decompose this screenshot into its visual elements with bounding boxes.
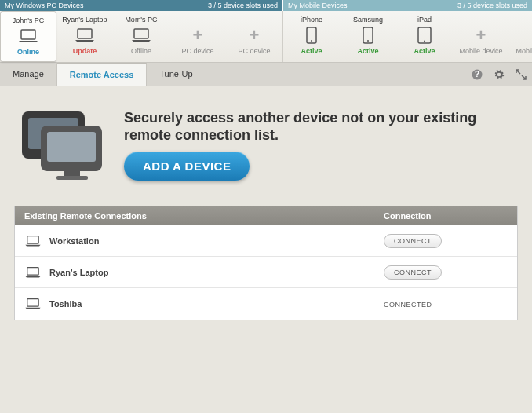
svg-text:?: ? <box>475 70 479 79</box>
hero-title: Securely access another device not on yo… <box>124 110 518 144</box>
laptop-icon <box>58 25 111 46</box>
device-name <box>454 16 508 24</box>
plus-icon: + <box>228 25 281 46</box>
svg-rect-19 <box>27 299 38 307</box>
connection-status: CONNECTED <box>384 301 432 309</box>
mobile-device-2[interactable]: iPadActive <box>396 11 453 62</box>
device-status: Active <box>285 47 338 55</box>
connection-name: Ryan's Laptop <box>49 268 108 277</box>
laptop-icon <box>24 266 42 279</box>
svg-rect-14 <box>47 132 96 162</box>
tab-tune-up[interactable]: Tune-Up <box>147 63 206 86</box>
remote-connections-table: Existing Remote Connections Connection W… <box>14 206 518 320</box>
pc-devices-label: My Windows PC Devices <box>5 2 84 9</box>
add-mobile-slot[interactable]: +Mobile device <box>509 11 532 62</box>
phone-icon <box>341 25 395 46</box>
table-row: WorkstationCONNECT <box>15 225 517 257</box>
device-name: John's PC <box>2 16 54 24</box>
device-status: Online <box>2 48 54 56</box>
svg-rect-2 <box>134 29 148 38</box>
pc-slots-used: 3 / 5 device slots used <box>208 2 278 9</box>
mobile-device-1[interactable]: SamsungActive <box>340 11 396 62</box>
pc-device-2[interactable]: Mom's PCOffline <box>113 11 169 62</box>
svg-point-6 <box>367 40 369 42</box>
laptop-icon <box>24 298 42 310</box>
device-status: Mobile device <box>511 47 532 55</box>
plus-icon: + <box>171 25 224 46</box>
expand-icon[interactable] <box>513 67 529 82</box>
device-name: iPhone <box>285 16 338 24</box>
device-status: PC device <box>171 47 224 55</box>
svg-rect-17 <box>27 236 38 243</box>
tab-manage[interactable]: Manage <box>0 63 57 86</box>
pc-device-1[interactable]: Ryan's LaptopUpdate <box>56 11 113 62</box>
device-status: Active <box>398 47 451 55</box>
add-pc-slot[interactable]: +PC device <box>169 11 226 62</box>
mobile-devices-label: My Mobile Devices <box>288 2 348 9</box>
device-name <box>228 16 281 24</box>
remote-monitors-icon <box>14 102 108 188</box>
mobile-device-0[interactable]: iPhoneActive <box>283 11 340 62</box>
device-name: iPad <box>398 16 451 24</box>
svg-rect-0 <box>21 30 35 39</box>
device-status: Update <box>58 47 111 55</box>
laptop-icon <box>24 235 42 247</box>
pc-device-0[interactable]: John's PCOnline <box>0 11 56 62</box>
gear-icon[interactable] <box>491 67 507 82</box>
svg-rect-18 <box>27 267 38 275</box>
laptop-icon <box>2 26 54 46</box>
col-connection: Connection <box>384 211 517 221</box>
svg-point-4 <box>311 40 312 42</box>
device-status: Active <box>341 47 395 55</box>
device-name: Mom's PC <box>115 16 168 24</box>
plus-icon: + <box>511 25 532 46</box>
svg-rect-16 <box>56 176 88 180</box>
add-device-button[interactable]: ADD A DEVICE <box>124 152 250 181</box>
tablet-icon <box>398 25 451 46</box>
device-name <box>511 16 532 24</box>
connection-name: Workstation <box>49 236 99 246</box>
phone-icon <box>285 25 338 46</box>
table-row: ToshibaCONNECTED <box>15 288 517 320</box>
col-remote-connections: Existing Remote Connections <box>15 211 384 221</box>
plus-icon: + <box>454 25 508 46</box>
mobile-slots-used: 3 / 5 device slots used <box>457 2 527 9</box>
device-name <box>171 16 224 24</box>
svg-rect-15 <box>64 171 80 176</box>
connect-button[interactable]: CONNECT <box>384 234 442 248</box>
device-name: Samsung <box>341 16 395 24</box>
add-pc-slot[interactable]: +PC device <box>226 11 282 62</box>
add-mobile-slot[interactable]: +Mobile device <box>453 11 509 62</box>
device-status: Mobile device <box>454 47 508 55</box>
device-status: PC device <box>228 47 281 55</box>
device-status: Offline <box>115 47 168 55</box>
laptop-icon <box>115 25 168 46</box>
svg-rect-1 <box>78 29 92 38</box>
device-name: Ryan's Laptop <box>58 16 111 24</box>
connect-button[interactable]: CONNECT <box>384 265 442 280</box>
help-icon[interactable]: ? <box>469 67 485 82</box>
svg-point-8 <box>424 41 425 42</box>
tab-remote-access[interactable]: Remote Access <box>57 63 148 86</box>
connection-name: Toshiba <box>49 299 82 309</box>
table-row: Ryan's LaptopCONNECT <box>15 257 517 288</box>
